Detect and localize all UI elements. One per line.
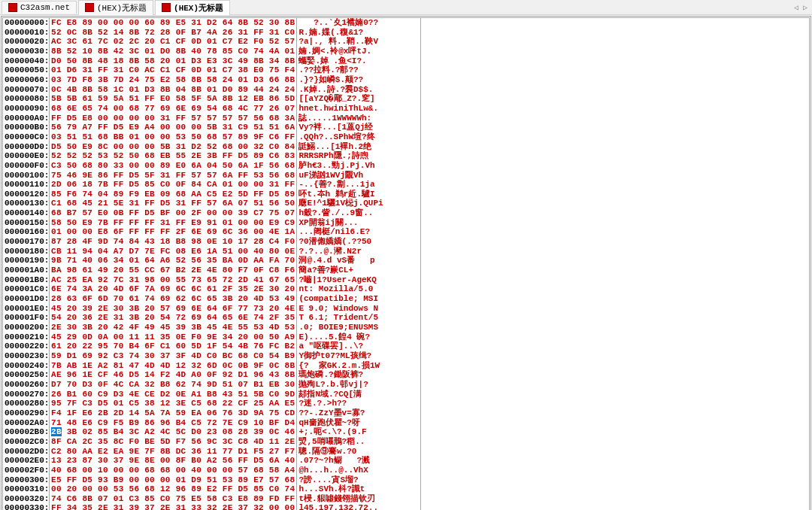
ascii-row[interactable]: .0; BOIE9;ENUSMS	[298, 323, 420, 332]
ascii-row[interactable]: .07?~?h鳚 ?溅	[298, 456, 420, 466]
ascii-row[interactable]: E 9.0; Windows N	[298, 304, 420, 314]
ascii-row[interactable]: ?a|., 料..鞘..鞅V	[298, 37, 420, 47]
hex-row[interactable]: 74 C6 8B 07 01 C3 85 C0 75 E5 58 C3 E8 8…	[51, 494, 295, 504]
hex-row[interactable]: 13 23 87 30 37 9E 8E 00 8F B0 A2 56 FF D…	[51, 456, 295, 466]
hex-row[interactable]: 54 20 36 2E 31 3B 20 54 72 69 64 65 6E 7…	[51, 313, 295, 323]
hex-row[interactable]: 26 B1 60 C9 D3 4E CE D2 0E A1 B8 43 51 5…	[51, 390, 295, 399]
hex-row[interactable]: BA 98 61 49 20 55 CC 67 B2 2E 4E 80 F7 0…	[51, 266, 295, 275]
hex-row[interactable]: 03 51 51 68 BB 01 00 00 53 50 68 57 89 9…	[51, 132, 295, 142]
hex-row[interactable]: 61 20 22 95 70 B4 6F C1 60 5D 1F 54 4B 7…	[51, 342, 295, 351]
ascii-row[interactable]: 廰E!^1驪1V梞j.QUPi	[298, 199, 420, 208]
hex-row[interactable]: 2D 06 18 7B FF D5 85 C0 0F 84 CA 01 00 0…	[51, 180, 295, 190]
hex-row[interactable]: 28 63 6F 6D 70 61 74 69 62 6C 65 3B 20 4…	[51, 294, 295, 304]
ascii-row[interactable]: uF涕訩1WVj覵Vh	[298, 171, 420, 181]
ascii-row[interactable]: +;.呃<.\?.(9.F	[298, 427, 420, 437]
ascii-row[interactable]: T 6.1; Trident/5	[298, 313, 420, 323]
ascii-row[interactable]: 簡a?善?嶡CL+	[298, 266, 420, 275]
ascii-row[interactable]: ?..`夊1襠婻0??	[298, 18, 420, 28]
tab-nav-left-icon[interactable]: ◁	[792, 4, 800, 11]
hex-row[interactable]: 75 46 9E 86 FF D5 5F 31 FF 57 57 6A FF 5…	[51, 171, 295, 181]
hex-bytes-column[interactable]: FC E8 89 00 00 00 60 89 E5 31 D2 64 8B 5…	[50, 18, 297, 510]
hex-row[interactable]: 6E 74 3A 20 4D 6F 7A 69 6C 6C 61 2F 35 2…	[51, 284, 295, 294]
hex-row[interactable]: 9B 71 40 06 34 01 64 A6 52 56 35 BA 0D A…	[51, 256, 295, 266]
ascii-row[interactable]: ...阇梃/nil6.E?	[298, 227, 420, 237]
ascii-row[interactable]: h...SVh.枓?識t	[298, 484, 420, 494]
hex-row[interactable]: 87 28 4F 9D 74 84 43 18 B8 98 0E 10 17 2…	[51, 237, 295, 247]
hex-row[interactable]: 40 68 00 10 00 00 68 68 00 40 00 00 57 6…	[51, 466, 295, 475]
ascii-row[interactable]: .QQh?..SPhW塇?终	[298, 132, 420, 142]
hex-row[interactable]: 52 52 52 53 52 50 68 EB 55 2E 3B FF D5 8…	[51, 151, 295, 161]
hex-row[interactable]: FF 34 35 2E 31 39 37 2E 31 33 32 2E 37 3…	[51, 503, 295, 510]
hex-row[interactable]: 71 48 E6 C9 F5 B9 86 96 B4 C5 72 7E C9 1…	[51, 418, 295, 428]
hex-row[interactable]: C1 68 45 21 5E 31 FF D5 31 FF 57 6A 07 5…	[51, 199, 295, 208]
hex-row[interactable]: D7 70 D3 0F 4C CA 32 B8 62 74 9D 51 07 B…	[51, 380, 295, 390]
ascii-row[interactable]: 誌.....1WWWWWh:	[298, 114, 420, 123]
ascii-row[interactable]: ??-.ZzY墨v=寡?	[298, 408, 420, 418]
ascii-row[interactable]: ?.?..@.瀦.N2r	[298, 247, 420, 257]
hex-row[interactable]: 8F CA 2C 35 8C F0 BE 5D F7 56 9C 3C C8 4…	[51, 437, 295, 447]
hex-row[interactable]: FF D5 E8 00 00 00 00 31 FF 57 57 57 57 5…	[51, 114, 295, 123]
ascii-row[interactable]: ?0潜偬嬌嬌(.??50	[298, 237, 420, 247]
hex-row[interactable]: E5 FF D5 93 B9 00 00 00 01 D9 51 53 89 E…	[51, 475, 295, 485]
hex-row[interactable]: AC 3C 61 7C 02 2C 20 C1 CF 0D 01 C7 E2 F…	[51, 37, 295, 47]
ascii-row[interactable]: R.婻.媟(.稪&1?	[298, 28, 420, 38]
ascii-row[interactable]: ?嚙|1?User-AgeKQ	[298, 275, 420, 285]
hex-row[interactable]: AC 25 EA 92 7C 31 98 00 55 73 65 72 2D 4…	[51, 275, 295, 285]
hex-row[interactable]: 2E 30 3B 20 42 4F 49 45 39 3B 45 4E 55 5…	[51, 323, 295, 332]
tab-c32asm[interactable]: C32asm.net	[2, 1, 77, 14]
ascii-row[interactable]: 胪h€3..勁j.Pj.Vh	[298, 161, 420, 171]
ascii-row[interactable]: hnet.hwiniThLw&.	[298, 104, 420, 114]
hex-row[interactable]: 7B AB 1E A2 81 47 4D 4D 12 32 6D 0C 0B 9…	[51, 361, 295, 371]
ascii-row[interactable]: a "呕碟罢]..\?	[298, 342, 420, 351]
tab-nav-right-icon[interactable]: ▷	[801, 4, 809, 11]
ascii-row[interactable]: 吥t.夲h 鹈r赾.驢I	[298, 190, 420, 199]
hex-row[interactable]: 03 7D F8 3B 7D 24 75 E2 58 8B 58 24 01 D…	[51, 75, 295, 85]
ascii-row[interactable]: t梫.貇噓錢翎描钦刃	[298, 494, 420, 504]
hex-row[interactable]: 68 B7 57 E0 0B FF D5 BF 00 2F 00 00 39 C…	[51, 208, 295, 218]
ascii-row[interactable]: {? 家GK.2.m.损1W	[298, 361, 420, 371]
hex-row[interactable]: 95 7F C3 D5 01 C5 38 12 3E C5 68 22 CF 2…	[51, 399, 295, 408]
ascii-row[interactable]: -..{善?.劏...1ja	[298, 180, 420, 190]
hex-row[interactable]: 85 F6 74 04 89 F9 EB 09 68 AA C5 E2 5D F…	[51, 190, 295, 199]
hex-row[interactable]: 52 0C 8B 52 14 8B 72 28 0F B7 4A 26 31 F…	[51, 28, 295, 38]
hex-row[interactable]: 01 00 00 E8 6F FF FF FF 2F 6E 69 6C 36 0…	[51, 227, 295, 237]
ascii-row[interactable]: 焽,5哨嚗鳽?稻..	[298, 437, 420, 447]
ascii-column[interactable]: ?..`夊1襠婻0??R.婻.媟(.稪&1??a|., 料..鞘..鞅V婻.婤<…	[297, 18, 421, 510]
hex-row[interactable]: 58 50 E9 7B FF FF FF 31 FF E9 91 01 00 0…	[51, 218, 295, 228]
ascii-row[interactable]: 洞@.4.d vS番 p	[298, 256, 420, 266]
ascii-row[interactable]: RRRSRPh隱.;詩喣	[298, 151, 420, 161]
hex-row[interactable]: AE 96 1E CF 46 D5 14 F2 4D A0 0F 92 D1 9…	[51, 370, 295, 380]
selected-byte[interactable]: 2B	[51, 427, 62, 436]
ascii-row[interactable]: (compatible; MSI	[298, 294, 420, 304]
ascii-row[interactable]: 瑪炮磷.?鋤阪裤?	[298, 370, 420, 380]
ascii-row[interactable]: .}?}如嶙$.颠??	[298, 75, 420, 85]
hex-row[interactable]: 8B 52 10 8B 42 3C 01 D0 8B 40 78 85 C0 7…	[51, 47, 295, 56]
hex-row[interactable]: 01 D6 31 FF 31 C0 AC C1 CF 0D 01 C7 38 E…	[51, 65, 295, 75]
ascii-row[interactable]: qH嗇跑伏瞿~?呀	[298, 418, 420, 428]
tab-hex-untitled-2[interactable]: (HEX)无标题	[155, 0, 230, 15]
hex-row[interactable]: 00 20 00 00 53 56 68 12 96 89 E2 FF D5 8…	[51, 484, 295, 494]
hex-row[interactable]: 2B 3B 02 85 B4 3C A2 4C 5C D0 23 08 28 3…	[51, 427, 295, 437]
ascii-row[interactable]: 抛殉L?.b.邨vj|?	[298, 380, 420, 390]
ascii-row[interactable]: 蠵婜.婥 .鱼<I?.	[298, 56, 420, 66]
ascii-row[interactable]: ?迷.?.>h??	[298, 399, 420, 408]
ascii-row[interactable]: E)....5.餭4 碗?	[298, 332, 420, 342]
ascii-row[interactable]: 聰.隔⑨騫w.?0	[298, 447, 420, 457]
hex-row[interactable]: CB 11 94 04 A7 D7 7E FC 08 E6 1A 51 00 4…	[51, 247, 295, 257]
ascii-row[interactable]: 婻.婤<.袊@x呯tJ.	[298, 47, 420, 56]
hex-row[interactable]: 56 79 A7 FF D5 E9 A4 00 00 00 5B 31 C9 5…	[51, 123, 295, 132]
ascii-row[interactable]: Y御护t07?ML孩缉?	[298, 351, 420, 361]
hex-row[interactable]: 68 6E 65 74 00 68 77 69 6E 69 54 68 4C 7…	[51, 104, 295, 114]
ascii-row[interactable]: h穀?.訾./..9窗..	[298, 208, 420, 218]
ascii-row[interactable]: .??拉料.?郬??	[298, 65, 420, 75]
ascii-row[interactable]: 誔鰯...[1襌h.2绝	[298, 142, 420, 152]
hex-row[interactable]: C2 80 AA E2 EA 9E 7F 8B DC 36 11 77 D1 F…	[51, 447, 295, 457]
ascii-row[interactable]: ?謗....寊S塯?	[298, 475, 420, 485]
ascii-row[interactable]: [[aYZQ�郮_Z?.窆]	[298, 94, 420, 104]
hex-row[interactable]: F4 1F E6 2B 2D 14 5A 7A 59 EA 06 76 3D 9…	[51, 408, 295, 418]
hex-row[interactable]: D0 50 8B 48 18 8B 58 20 01 D3 E3 3C 49 8…	[51, 56, 295, 66]
ascii-row[interactable]: XP開翁ij關...	[298, 218, 420, 228]
ascii-row[interactable]: @h...h..@..VhX	[298, 466, 420, 475]
ascii-row[interactable]: nt: Mozilla/5.0	[298, 284, 420, 294]
hex-row[interactable]: 45 20 39 2E 30 3B 20 57 69 6E 64 6F 77 7…	[51, 304, 295, 314]
